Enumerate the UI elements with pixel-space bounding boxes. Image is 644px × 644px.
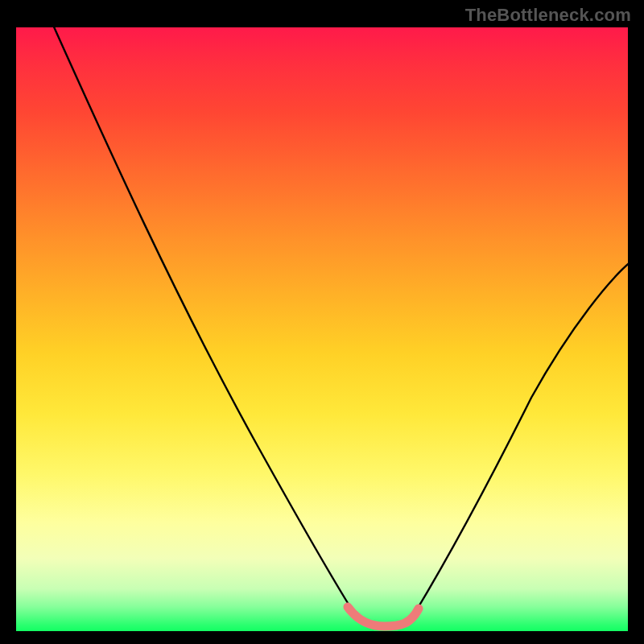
left-curve bbox=[52, 27, 354, 613]
right-curve bbox=[415, 261, 628, 613]
bottom-highlight-curve bbox=[348, 607, 419, 626]
watermark-text: TheBottleneck.com bbox=[465, 5, 631, 26]
chart-frame: TheBottleneck.com line bbox=[0, 0, 644, 644]
plot-area bbox=[16, 27, 628, 631]
curve-layer bbox=[16, 27, 628, 631]
